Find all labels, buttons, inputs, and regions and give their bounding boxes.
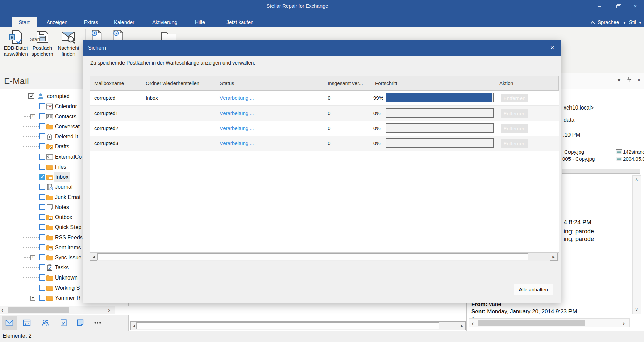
splitter-bar[interactable] bbox=[562, 169, 640, 174]
scroll-up-icon[interactable]: ∧ bbox=[635, 178, 638, 182]
style-dropdown-icon[interactable]: ▾ bbox=[639, 18, 641, 28]
cell-status: Verarbeitung ... bbox=[215, 106, 323, 121]
nav-people-icon[interactable] bbox=[38, 316, 53, 330]
status-item-count: Elemente: 2 bbox=[3, 333, 31, 339]
scroll-right-icon[interactable]: › bbox=[623, 320, 625, 326]
scroll-right-icon[interactable]: ► bbox=[460, 324, 464, 328]
tree-checkbox[interactable] bbox=[39, 214, 45, 220]
tree-checkbox[interactable] bbox=[39, 254, 45, 260]
tree-checkbox[interactable] bbox=[39, 204, 45, 210]
remove-button[interactable]: Entfernen bbox=[501, 109, 528, 118]
scroll-left-button[interactable]: ◄ bbox=[90, 253, 97, 261]
progress-percent: 0% bbox=[373, 121, 381, 136]
scroll-down-icon[interactable]: ∨ bbox=[635, 308, 638, 312]
remove-button[interactable]: Entfernen bbox=[501, 139, 528, 148]
menu-tab-anzeigen[interactable]: Anzeigen bbox=[47, 17, 68, 27]
preview-hscrollbar[interactable]: ‹ › bbox=[469, 318, 630, 327]
cell-action: Entfernen bbox=[495, 136, 559, 151]
contact-icon bbox=[46, 113, 53, 120]
tree-checkbox[interactable] bbox=[39, 224, 45, 230]
folder-icon bbox=[46, 274, 53, 282]
stop-all-button[interactable]: Alle anhalten bbox=[514, 284, 553, 295]
mail-meta-fragment: data bbox=[564, 117, 574, 123]
column-header-status[interactable]: Status bbox=[215, 76, 323, 90]
restore-button[interactable] bbox=[613, 2, 624, 11]
column-header-ordner-wiederherstellen[interactable]: Ordner wiederherstellen bbox=[141, 76, 215, 90]
menu-tab-aktivierung[interactable]: Aktivierung bbox=[152, 17, 177, 27]
preview-vscrollbar[interactable]: ∧ ∨ bbox=[632, 175, 641, 314]
menu-tab-extras[interactable]: Extras bbox=[84, 17, 98, 27]
dialog-titlebar[interactable] bbox=[83, 41, 561, 56]
scroll-right-icon[interactable]: › bbox=[108, 307, 110, 313]
cell-folder bbox=[141, 121, 215, 136]
minimize-button[interactable]: – bbox=[594, 2, 604, 11]
style-menu[interactable]: Stil bbox=[629, 17, 636, 27]
language-dropdown-icon[interactable]: ▾ bbox=[624, 18, 625, 28]
dialog-close-icon[interactable]: × bbox=[548, 44, 557, 52]
nav-note-icon[interactable] bbox=[72, 316, 88, 330]
column-header-fortschritt[interactable]: Fortschritt bbox=[370, 76, 495, 90]
scroll-left-icon[interactable]: ‹ bbox=[472, 320, 474, 326]
table-row: corrupted2Verarbeitung ...00%Entfernen bbox=[90, 121, 559, 136]
column-header-aktion[interactable]: Aktion bbox=[495, 76, 559, 90]
column-header-mailboxname[interactable]: Mailboxname bbox=[90, 76, 141, 90]
tree-checkbox[interactable] bbox=[39, 264, 45, 270]
svg-text:E: E bbox=[11, 35, 14, 40]
scroll-left-icon[interactable]: ◄ bbox=[132, 324, 136, 328]
scroll-left-icon[interactable]: ‹ bbox=[1, 307, 3, 313]
tree-checkbox[interactable] bbox=[39, 244, 45, 250]
scroll-thumb[interactable] bbox=[478, 320, 585, 326]
nav-more-icon[interactable] bbox=[90, 316, 105, 330]
postfach-speichern-button[interactable]: Postfachspeichern bbox=[29, 29, 55, 71]
tree-item-label: Calendar bbox=[55, 101, 77, 112]
menu-tab-hilfe[interactable]: Hilfe bbox=[195, 17, 205, 27]
language-menu[interactable]: Sprachee bbox=[598, 17, 619, 27]
tree-expander-plus[interactable]: + bbox=[30, 255, 35, 260]
tree-checkbox[interactable] bbox=[39, 133, 45, 139]
pin-icon[interactable] bbox=[627, 77, 631, 83]
nav-calendar-icon[interactable] bbox=[19, 316, 35, 330]
tree-checkbox[interactable] bbox=[39, 194, 45, 200]
tree-checkbox[interactable] bbox=[39, 164, 45, 170]
dialog-hscrollbar[interactable]: ◄ ► bbox=[90, 252, 559, 261]
tree-expander-plus[interactable]: + bbox=[30, 114, 35, 119]
menu-tab-start[interactable]: Start bbox=[12, 17, 37, 27]
scroll-right-button[interactable]: ► bbox=[550, 253, 558, 261]
tree-checkbox[interactable] bbox=[39, 174, 45, 180]
close-button[interactable]: × bbox=[630, 2, 640, 11]
tree-checkbox[interactable] bbox=[39, 123, 45, 129]
pane-dropdown-icon[interactable]: ▾ bbox=[618, 77, 620, 83]
tree-checkbox[interactable] bbox=[28, 93, 34, 99]
nachricht-finden-button[interactable]: Nachrichtfinden bbox=[55, 29, 82, 71]
cell-progress: 0% bbox=[370, 121, 495, 136]
tree-checkbox[interactable] bbox=[39, 143, 45, 149]
scroll-thumb[interactable] bbox=[136, 322, 439, 329]
find-message-icon bbox=[60, 29, 77, 45]
mail-meta-fragment: :10 PM bbox=[563, 132, 580, 138]
scroll-thumb[interactable] bbox=[97, 253, 528, 260]
remove-button[interactable]: Entfernen bbox=[501, 124, 528, 133]
menu-tab-jetzt-kaufen[interactable]: Jetzt kaufen bbox=[227, 17, 254, 27]
close-pane-icon[interactable]: × bbox=[637, 77, 641, 84]
edb-datei-auswählen-button[interactable]: EEDB-Dateiauswählen bbox=[3, 29, 29, 71]
column-header-insgesamt-ver-[interactable]: Insgesamt ver... bbox=[323, 76, 370, 90]
scroll-thumb[interactable] bbox=[8, 307, 69, 313]
tree-hscrollbar[interactable]: ‹ › bbox=[0, 306, 115, 314]
tree-expander-minus[interactable]: − bbox=[20, 94, 25, 99]
remove-button[interactable]: Entfernen bbox=[501, 94, 528, 102]
tree-expander-plus[interactable]: + bbox=[30, 296, 35, 301]
tree-checkbox[interactable] bbox=[39, 234, 45, 240]
tree-checkbox[interactable] bbox=[39, 113, 45, 119]
tree-checkbox[interactable] bbox=[39, 184, 45, 190]
cell-mailbox: corrupted3 bbox=[90, 136, 141, 151]
nav-tasks-icon[interactable] bbox=[56, 316, 71, 330]
tree-checkbox[interactable] bbox=[39, 295, 45, 301]
tree-checkbox[interactable] bbox=[39, 285, 45, 291]
nav-mail-icon[interactable] bbox=[2, 316, 17, 330]
ribbon-collapse-button[interactable] bbox=[591, 17, 595, 27]
tree-checkbox[interactable] bbox=[39, 154, 45, 160]
menu-tab-kalender[interactable]: Kalender bbox=[114, 17, 134, 27]
tree-checkbox[interactable] bbox=[39, 274, 45, 281]
list-hscrollbar[interactable]: ◄ ► bbox=[130, 321, 466, 330]
tree-checkbox[interactable] bbox=[39, 103, 45, 109]
